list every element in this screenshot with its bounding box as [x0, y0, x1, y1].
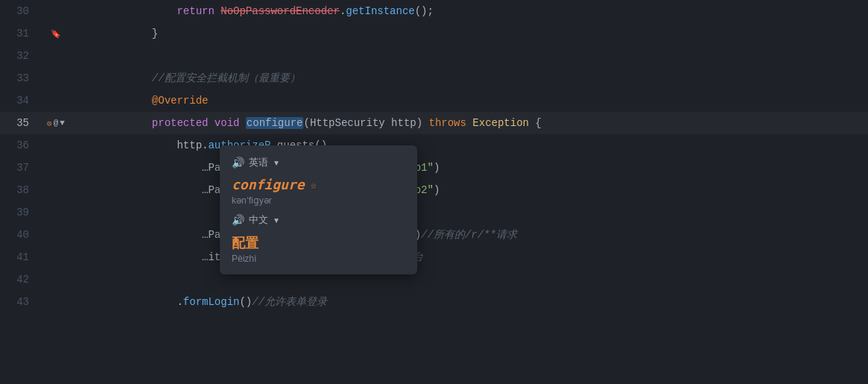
line-number-31: 31: [0, 22, 41, 45]
popup-en-lang-row: 🔊 英语 ▼: [232, 156, 405, 169]
popup-zh-pinyin: Pèizhì: [232, 254, 405, 264]
code-editor: 30 return NoOpPasswordEncoder.getInstanc…: [0, 0, 868, 384]
line-number-38: 38: [0, 179, 41, 201]
line-number-43: 43: [0, 291, 41, 313]
code-token: (): [239, 296, 252, 308]
speaker-zh-icon[interactable]: 🔊: [232, 214, 244, 226]
gutter-31: 🔖: [41, 29, 71, 39]
code-content: 30 return NoOpPasswordEncoder.getInstanc…: [0, 0, 868, 384]
line-31: 31 🔖 }: [0, 22, 868, 45]
line-number-30: 30: [0, 0, 41, 22]
line-number-39: 39: [0, 201, 41, 224]
popup-zh-meaning: 配置: [232, 234, 405, 252]
line-number-33: 33: [0, 67, 41, 89]
line-number-34: 34: [0, 89, 41, 112]
line-number-36: 36: [0, 134, 41, 157]
line-number-32: 32: [0, 45, 41, 67]
popup-zh-label: 中文: [249, 213, 268, 227]
code-token: .: [127, 296, 183, 308]
popup-zh-arrow[interactable]: ▼: [273, 216, 280, 224]
run-icon: ⊙: [47, 119, 52, 128]
popup-star-icon[interactable]: ☆: [311, 179, 317, 191]
line-38: 38 …Patterns: "/r/r2").hasAuthority("p2"…: [0, 179, 868, 201]
line-number-42: 42: [0, 268, 41, 291]
speaker-en-icon[interactable]: 🔊: [232, 157, 244, 169]
code-token: formLogin: [183, 296, 240, 308]
translation-popup: 🔊 英语 ▼ configure ☆ kənˈfiɡyər 🔊 中文 ▼ 配置 …: [220, 145, 417, 274]
code-token: ): [434, 184, 440, 196]
popup-phonetic: kənˈfiɡyər: [232, 195, 405, 206]
gutter-35: ⊙ @ ▼: [41, 119, 71, 128]
popup-en-label: 英语: [249, 156, 268, 169]
code-token: }: [127, 28, 158, 40]
popup-word-text: configure: [232, 177, 305, 192]
at-icon: @: [54, 119, 59, 128]
popup-zh-lang-row: 🔊 中文 ▼: [232, 213, 405, 227]
line-number-40: 40: [0, 224, 41, 246]
popup-en-arrow[interactable]: ▼: [273, 159, 280, 167]
code-token: [127, 184, 202, 196]
line-number-37: 37: [0, 157, 41, 179]
code-token: //允许表单登录: [252, 296, 327, 308]
popup-word: configure ☆: [232, 177, 405, 192]
line-41: 41 …itAll() //除了/r/**，前台: [0, 246, 868, 268]
arrow-icon: ▼: [60, 119, 65, 128]
line-number-41: 41: [0, 246, 41, 268]
line-content-43: .formLogin()//允许表单登录: [71, 268, 868, 336]
line-number-35: 35: [0, 112, 41, 134]
line-43: 43 .formLogin()//允许表单登录: [0, 291, 868, 313]
bookmark-icon: 🔖: [51, 29, 61, 39]
